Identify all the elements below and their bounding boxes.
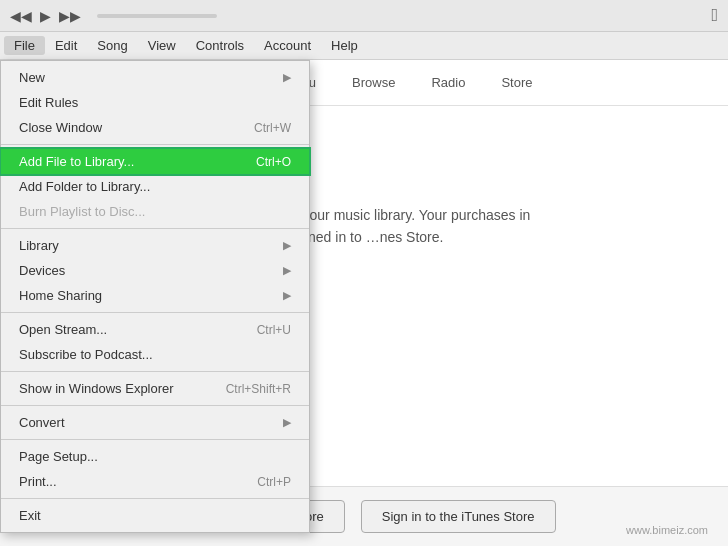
dropdown-item-subscribe-podcast[interactable]: Subscribe to Podcast... <box>1 342 309 367</box>
dropdown-item-label: Add Folder to Library... <box>19 179 150 194</box>
menu-item-song[interactable]: Song <box>87 36 137 55</box>
dropdown-item-label: New <box>19 70 45 85</box>
play-button[interactable]: ▶ <box>40 8 51 24</box>
dropdown-item-add-file[interactable]: Add File to Library...Ctrl+O <box>1 149 309 174</box>
transport-controls: ◀◀ ▶ ▶▶ <box>10 8 217 24</box>
dropdown-shortcut: Ctrl+W <box>254 121 291 135</box>
sign-in-button[interactable]: Sign in to the iTunes Store <box>361 500 556 533</box>
dropdown-separator <box>1 498 309 499</box>
dropdown-item-exit[interactable]: Exit <box>1 503 309 528</box>
menu-item-account[interactable]: Account <box>254 36 321 55</box>
dropdown-item-convert[interactable]: Convert▶ <box>1 410 309 435</box>
dropdown-shortcut: Ctrl+Shift+R <box>226 382 291 396</box>
dropdown-item-page-setup[interactable]: Page Setup... <box>1 444 309 469</box>
dropdown-item-print[interactable]: Print...Ctrl+P <box>1 469 309 494</box>
dropdown-item-open-stream[interactable]: Open Stream...Ctrl+U <box>1 317 309 342</box>
dropdown-arrow-icon: ▶ <box>283 289 291 302</box>
dropdown-shortcut: Ctrl+O <box>256 155 291 169</box>
title-bar: ◀◀ ▶ ▶▶  <box>0 0 728 32</box>
dropdown-item-label: Devices <box>19 263 65 278</box>
dropdown-separator <box>1 371 309 372</box>
dropdown-item-label: Convert <box>19 415 65 430</box>
dropdown-item-label: Subscribe to Podcast... <box>19 347 153 362</box>
dropdown-item-label: Close Window <box>19 120 102 135</box>
dropdown-item-library[interactable]: Library▶ <box>1 233 309 258</box>
tab-browse[interactable]: Browse <box>336 70 411 95</box>
dropdown-arrow-icon: ▶ <box>283 264 291 277</box>
dropdown-arrow-icon: ▶ <box>283 416 291 429</box>
dropdown-item-label: Print... <box>19 474 57 489</box>
dropdown-separator <box>1 312 309 313</box>
dropdown-item-add-folder[interactable]: Add Folder to Library... <box>1 174 309 199</box>
dropdown-item-close-window[interactable]: Close WindowCtrl+W <box>1 115 309 140</box>
dropdown-separator <box>1 439 309 440</box>
menu-item-file[interactable]: File <box>4 36 45 55</box>
dropdown-item-label: Open Stream... <box>19 322 107 337</box>
dropdown-item-burn-playlist: Burn Playlist to Disc... <box>1 199 309 224</box>
rewind-button[interactable]: ◀◀ <box>10 8 32 24</box>
menu-item-help[interactable]: Help <box>321 36 368 55</box>
dropdown-arrow-icon: ▶ <box>283 71 291 84</box>
dropdown-separator <box>1 228 309 229</box>
dropdown-item-label: Burn Playlist to Disc... <box>19 204 145 219</box>
dropdown-item-label: Library <box>19 238 59 253</box>
tab-store[interactable]: Store <box>485 70 548 95</box>
dropdown-item-label: Home Sharing <box>19 288 102 303</box>
dropdown-item-show-windows-explorer[interactable]: Show in Windows ExplorerCtrl+Shift+R <box>1 376 309 401</box>
menu-item-controls[interactable]: Controls <box>186 36 254 55</box>
dropdown-item-label: Edit Rules <box>19 95 78 110</box>
dropdown-item-label: Add File to Library... <box>19 154 134 169</box>
file-dropdown-menu: New▶Edit RulesClose WindowCtrl+WAdd File… <box>0 60 310 533</box>
dropdown-item-home-sharing[interactable]: Home Sharing▶ <box>1 283 309 308</box>
dropdown-separator <box>1 144 309 145</box>
dropdown-shortcut: Ctrl+P <box>257 475 291 489</box>
dropdown-separator <box>1 405 309 406</box>
dropdown-item-label: Exit <box>19 508 41 523</box>
tab-radio[interactable]: Radio <box>415 70 481 95</box>
dropdown-item-label: Show in Windows Explorer <box>19 381 174 396</box>
fast-forward-button[interactable]: ▶▶ <box>59 8 81 24</box>
dropdown-item-devices[interactable]: Devices▶ <box>1 258 309 283</box>
menu-item-view[interactable]: View <box>138 36 186 55</box>
dropdown-item-new[interactable]: New▶ <box>1 65 309 90</box>
menu-item-edit[interactable]: Edit <box>45 36 87 55</box>
dropdown-item-label: Page Setup... <box>19 449 98 464</box>
progress-bar[interactable] <box>97 14 217 18</box>
watermark: www.bimeiz.com <box>626 524 708 536</box>
dropdown-arrow-icon: ▶ <box>283 239 291 252</box>
dropdown-item-edit-rules[interactable]: Edit Rules <box>1 90 309 115</box>
apple-logo:  <box>711 5 718 26</box>
dropdown-shortcut: Ctrl+U <box>257 323 291 337</box>
menu-bar: File Edit Song View Controls Account Hel… <box>0 32 728 60</box>
